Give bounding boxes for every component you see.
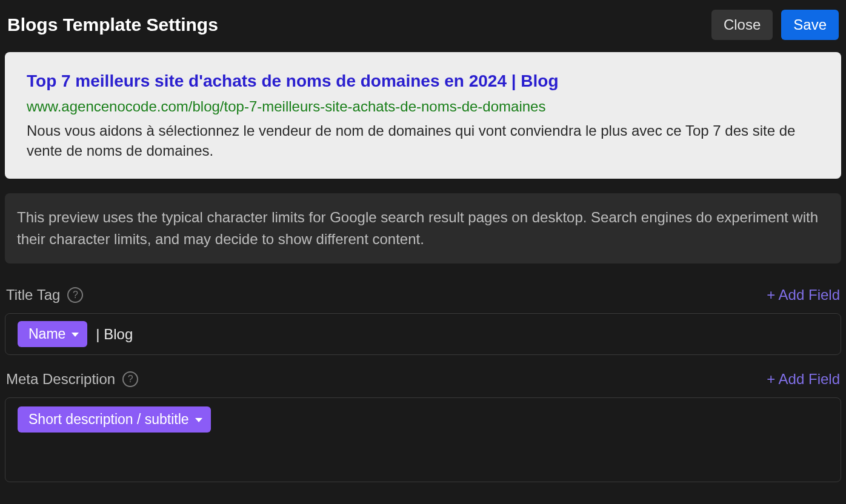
chevron-down-icon (195, 418, 202, 422)
field-chip-name[interactable]: Name (18, 321, 87, 347)
preview-url: www.agencenocode.com/blog/top-7-meilleur… (27, 98, 819, 115)
modal-header: Blogs Template Settings Close Save (0, 0, 846, 52)
save-button[interactable]: Save (781, 10, 839, 40)
title-tag-section: Title Tag ? + Add Field Name | Blog (5, 287, 841, 355)
meta-description-header: Meta Description ? + Add Field (5, 371, 841, 397)
close-button[interactable]: Close (711, 10, 773, 40)
help-icon[interactable]: ? (122, 371, 138, 387)
meta-description-label: Meta Description (6, 371, 115, 388)
header-actions: Close Save (711, 10, 839, 40)
meta-description-label-wrap: Meta Description ? (6, 371, 138, 388)
help-icon[interactable]: ? (67, 287, 83, 303)
title-tag-input[interactable]: Name | Blog (5, 313, 841, 355)
preview-title: Top 7 meilleurs site d'achats de noms de… (27, 70, 819, 92)
title-tag-label: Title Tag (6, 287, 60, 303)
title-suffix-text: | Blog (96, 326, 133, 343)
chip-label: Name (28, 326, 65, 342)
field-chip-short-description[interactable]: Short description / subtitle (18, 406, 211, 433)
title-tag-label-wrap: Title Tag ? (6, 287, 83, 303)
chevron-down-icon (72, 333, 79, 337)
info-notice: This preview uses the typical character … (5, 193, 841, 264)
content-area: Top 7 meilleurs site d'achats de noms de… (0, 52, 846, 482)
chip-label: Short description / subtitle (28, 411, 189, 428)
preview-description: Nous vous aidons à sélectionnez le vende… (27, 121, 819, 161)
page-title: Blogs Template Settings (7, 15, 218, 35)
meta-description-section: Meta Description ? + Add Field Short des… (5, 371, 841, 482)
title-tag-header: Title Tag ? + Add Field (5, 287, 841, 313)
add-field-button[interactable]: + Add Field (767, 371, 840, 388)
meta-description-input[interactable]: Short description / subtitle (5, 397, 841, 482)
add-field-button[interactable]: + Add Field (767, 287, 840, 303)
info-text: This preview uses the typical character … (17, 207, 829, 250)
seo-preview-card: Top 7 meilleurs site d'achats de noms de… (5, 52, 841, 179)
